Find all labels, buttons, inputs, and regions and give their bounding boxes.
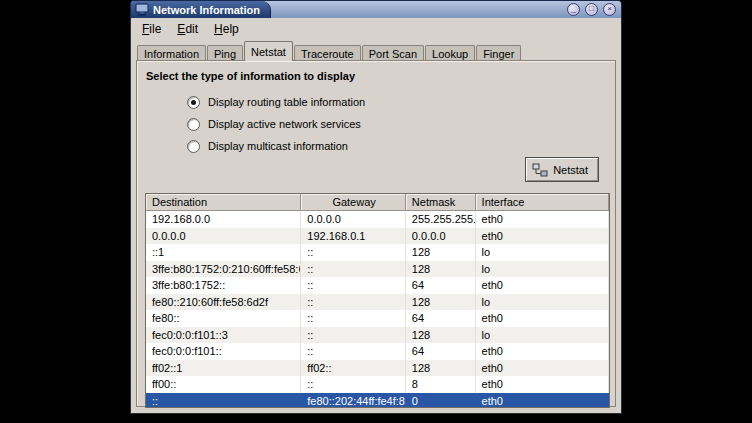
column-header-interface[interactable]: Interface <box>476 194 609 211</box>
column-header-destination[interactable]: Destination <box>146 194 301 211</box>
radio-option-1[interactable]: Display active network services <box>187 113 365 135</box>
routing-table: DestinationGatewayNetmaskInterface 192.1… <box>145 193 610 408</box>
table-cell: 0.0.0.0 <box>146 228 301 245</box>
table-cell: 64 <box>406 343 476 360</box>
menu-help[interactable]: Help <box>206 20 247 38</box>
table-cell: 3ffe:b80:1752:: <box>146 277 301 294</box>
menu-edit[interactable]: Edit <box>169 20 206 38</box>
table-cell: 64 <box>406 277 476 294</box>
window-controls: _ □ × <box>567 3 616 16</box>
window-icon <box>135 3 149 16</box>
table-row[interactable]: ff02::1ff02::128eth0 <box>146 360 609 377</box>
title-tab[interactable]: Network Information <box>131 1 271 18</box>
table-cell: 192.168.0.0 <box>146 211 301 228</box>
table-cell: 192.168.0.1 <box>301 228 406 245</box>
tab-finger[interactable]: Finger <box>476 45 521 61</box>
table-cell: fe80::202:44ff:fe4f:83e1 <box>301 393 406 409</box>
window-body: FileEditHelp InformationPingNetstatTrace… <box>130 18 622 414</box>
table-cell: lo <box>476 244 609 261</box>
table-cell: 255.255.255.0 <box>406 211 476 228</box>
table-row[interactable]: fe80::::64eth0 <box>146 310 609 327</box>
menu-file[interactable]: File <box>134 20 169 38</box>
minimize-button[interactable]: _ <box>567 3 580 16</box>
table-cell: ff02::1 <box>146 360 301 377</box>
table-cell: lo <box>476 327 609 344</box>
table-cell: 128 <box>406 261 476 278</box>
tab-port-scan[interactable]: Port Scan <box>362 45 424 61</box>
column-header-gateway[interactable]: Gateway <box>301 194 406 211</box>
table-cell: ::1 <box>146 244 301 261</box>
radio-label: Display routing table information <box>208 96 365 108</box>
table-row[interactable]: fec0:0:0:f101::3::128lo <box>146 327 609 344</box>
table-body: 192.168.0.00.0.0.0255.255.255.0eth00.0.0… <box>146 211 609 408</box>
table-cell: 128 <box>406 244 476 261</box>
maximize-button[interactable]: □ <box>585 3 598 16</box>
radio-group: Display routing table informationDisplay… <box>187 91 365 157</box>
table-cell: eth0 <box>476 360 609 377</box>
table-cell: :: <box>301 327 406 344</box>
table-cell: eth0 <box>476 343 609 360</box>
window-title: Network Information <box>153 4 260 16</box>
table-cell: :: <box>301 343 406 360</box>
table-cell: fe80:: <box>146 310 301 327</box>
radio-button-icon[interactable] <box>187 140 200 153</box>
table-row[interactable]: 0.0.0.0192.168.0.10.0.0.0eth0 <box>146 228 609 245</box>
network-information-window: Network Information _ □ × FileEditHelp I… <box>130 0 622 414</box>
table-cell: fec0:0:0:f101:: <box>146 343 301 360</box>
table-cell: :: <box>301 310 406 327</box>
table-cell: ff00:: <box>146 376 301 393</box>
table-cell: fe80::210:60ff:fe58:6d2f <box>146 294 301 311</box>
section-label: Select the type of information to displa… <box>146 70 355 82</box>
radio-button-icon[interactable] <box>187 118 200 131</box>
column-header-netmask[interactable]: Netmask <box>406 194 476 211</box>
table-cell: eth0 <box>476 310 609 327</box>
table-cell: :: <box>301 244 406 261</box>
netstat-page: Select the type of information to displa… <box>136 60 616 407</box>
table-cell: eth0 <box>476 277 609 294</box>
netstat-button-label: Netstat <box>553 164 588 176</box>
table-cell: eth0 <box>476 228 609 245</box>
table-cell: :: <box>301 261 406 278</box>
radio-option-0[interactable]: Display routing table information <box>187 91 365 113</box>
table-cell: eth0 <box>476 211 609 228</box>
table-cell: 8 <box>406 376 476 393</box>
table-row[interactable]: ff00::::8eth0 <box>146 376 609 393</box>
netstat-button[interactable]: Netstat <box>525 157 599 182</box>
tab-information[interactable]: Information <box>137 45 206 61</box>
table-cell: 0.0.0.0 <box>406 228 476 245</box>
tab-strip: InformationPingNetstatTraceroutePort Sca… <box>137 42 522 61</box>
radio-label: Display multicast information <box>208 140 348 152</box>
titlebar[interactable]: Network Information _ □ × <box>130 0 622 18</box>
netstat-icon <box>532 163 548 177</box>
tab-ping[interactable]: Ping <box>207 45 243 61</box>
table-header: DestinationGatewayNetmaskInterface <box>146 194 609 211</box>
table-row[interactable]: 192.168.0.00.0.0.0255.255.255.0eth0 <box>146 211 609 228</box>
tab-traceroute[interactable]: Traceroute <box>294 45 361 61</box>
table-cell: lo <box>476 294 609 311</box>
table-cell: :: <box>301 277 406 294</box>
table-row[interactable]: ::1::128lo <box>146 244 609 261</box>
table-cell: fec0:0:0:f101::3 <box>146 327 301 344</box>
table-cell: :: <box>146 393 301 409</box>
table-cell: 128 <box>406 360 476 377</box>
menubar: FileEditHelp <box>132 18 620 39</box>
table-cell: ff02:: <box>301 360 406 377</box>
table-row[interactable]: fec0:0:0:f101::::64eth0 <box>146 343 609 360</box>
table-cell: :: <box>301 376 406 393</box>
tab-netstat[interactable]: Netstat <box>244 41 293 61</box>
table-cell: 128 <box>406 327 476 344</box>
table-cell: :: <box>301 294 406 311</box>
table-row[interactable]: ::fe80::202:44ff:fe4f:83e10eth0 <box>146 393 609 409</box>
radio-button-icon[interactable] <box>187 96 200 109</box>
tab-lookup[interactable]: Lookup <box>425 45 475 61</box>
table-cell: 0 <box>406 393 476 409</box>
table-cell: lo <box>476 261 609 278</box>
radio-label: Display active network services <box>208 118 361 130</box>
table-row[interactable]: 3ffe:b80:1752::::64eth0 <box>146 277 609 294</box>
table-row[interactable]: 3ffe:b80:1752:0:210:60ff:fe58:6d2f::128l… <box>146 261 609 278</box>
close-button[interactable]: × <box>603 3 616 16</box>
radio-option-2[interactable]: Display multicast information <box>187 135 365 157</box>
desktop: { "colors": { "selection": "#2a57a5", "w… <box>0 0 752 423</box>
table-row[interactable]: fe80::210:60ff:fe58:6d2f::128lo <box>146 294 609 311</box>
table-cell: eth0 <box>476 393 609 409</box>
